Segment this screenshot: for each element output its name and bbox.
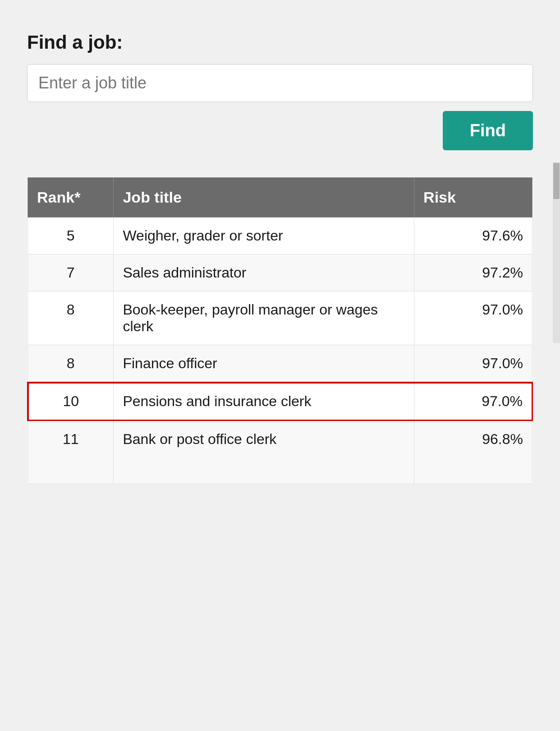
cell-risk: 96.8% [414,421,532,484]
cell-job-title: Weigher, grader or sorter [114,217,414,254]
table-row: 5Weigher, grader or sorter97.6% [28,217,532,254]
search-input-wrapper [27,64,533,102]
cell-risk: 97.0% [414,345,532,383]
find-button-row: Find [27,111,533,150]
cell-rank: 7 [28,254,114,291]
job-table: Rank* Job title Risk 5Weigher, grader or… [27,177,533,484]
cell-job-title: Sales administrator [114,254,414,291]
cell-job-title: Book-keeper, payroll manager or wages cl… [114,291,414,345]
find-button[interactable]: Find [443,111,533,150]
cell-rank: 8 [28,291,114,345]
page-container: Find a job: Find Rank* Job title Risk 5W… [0,0,560,731]
cell-rank: 11 [28,421,114,484]
col-header-rank: Rank* [28,178,114,217]
cell-risk: 97.0% [414,291,532,345]
col-header-risk: Risk [414,178,532,217]
find-job-section: Find a job: Find [27,18,533,168]
find-job-title: Find a job: [27,32,533,53]
cell-risk: 97.0% [414,383,532,421]
cell-rank: 8 [28,345,114,383]
cell-job-title: Bank or post office clerk [114,421,414,484]
table-row: 7Sales administrator97.2% [28,254,532,291]
cell-rank: 5 [28,217,114,254]
cell-job-title: Finance officer [114,345,414,383]
search-input[interactable] [38,74,522,93]
cell-risk: 97.2% [414,254,532,291]
cell-risk: 97.6% [414,217,532,254]
scrollbar[interactable] [553,162,560,343]
table-row: 11Bank or post office clerk96.8% [28,421,532,484]
table-row: 10Pensions and insurance clerk97.0% [28,383,532,421]
cell-rank: 10 [28,383,114,421]
table-row: 8Book-keeper, payroll manager or wages c… [28,291,532,345]
table-header-row: Rank* Job title Risk [28,178,532,217]
cell-job-title: Pensions and insurance clerk [114,383,414,421]
scrollbar-thumb[interactable] [553,163,560,199]
table-row: 8Finance officer97.0% [28,345,532,383]
col-header-job-title: Job title [114,178,414,217]
